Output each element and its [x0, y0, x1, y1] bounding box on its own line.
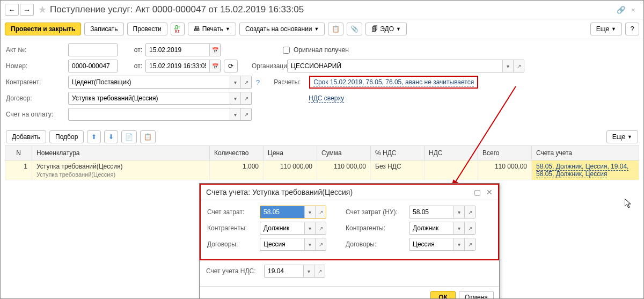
invoice-input[interactable]: ▾ ↗: [68, 108, 252, 121]
calendar-icon[interactable]: 📅: [209, 44, 220, 56]
vat-link[interactable]: НДС сверху: [309, 94, 344, 103]
table-row[interactable]: 1 Уступка требований(Цессия) Уступка тре…: [5, 161, 639, 180]
col-accounts[interactable]: Счета учета: [532, 146, 639, 161]
org-label: Организация:: [241, 62, 284, 70]
open-icon[interactable]: ↗: [464, 206, 475, 218]
col-vat[interactable]: НДС: [425, 146, 478, 161]
open-icon[interactable]: ↗: [464, 238, 475, 250]
dropdown-icon[interactable]: ▾: [303, 265, 314, 277]
org-input[interactable]: ▾ ↗: [287, 60, 524, 72]
table-toolbar: Добавить Подбор ⬆ ⬇ 📄 📋 Еще ▼: [1, 128, 643, 145]
contract1-input[interactable]: ▾ ↗: [260, 238, 326, 251]
dropdown-icon[interactable]: ▾: [453, 206, 464, 218]
contract2-input[interactable]: ▾ ↗: [409, 238, 475, 251]
calendar-icon[interactable]: 📅: [209, 60, 220, 72]
open-icon[interactable]: ↗: [240, 92, 251, 104]
cost-account-input[interactable]: ▾ ↗: [260, 206, 326, 218]
copy-button[interactable]: 📋: [328, 23, 343, 35]
col-sum[interactable]: Сумма: [317, 146, 371, 161]
move-down-button[interactable]: ⬇: [104, 130, 118, 143]
accounts-link[interactable]: 58.05, Должник, Цессия, 19.04, 58.05, До…: [536, 163, 628, 178]
number-input[interactable]: [68, 60, 118, 72]
dropdown-icon[interactable]: ▾: [453, 238, 464, 250]
act-no-input[interactable]: [68, 43, 118, 56]
open-icon[interactable]: ↗: [513, 60, 524, 72]
help-button[interactable]: ?: [625, 23, 639, 35]
dropdown-icon[interactable]: ▾: [304, 222, 315, 234]
print-button[interactable]: 🖶 Печать ▼: [188, 23, 236, 35]
post-button[interactable]: Провести: [127, 23, 167, 35]
col-price[interactable]: Цена: [264, 146, 317, 161]
dropdown-icon[interactable]: ▾: [230, 76, 240, 88]
vat-account-input[interactable]: ▾ ↗: [264, 265, 325, 278]
settlements-label: Расчеты:: [263, 78, 306, 86]
cost-account-nu-input[interactable]: ▾ ↗: [409, 206, 475, 218]
title-bar: ← → ★ Поступление услуг: Акт 0000-000047…: [1, 1, 643, 19]
dropdown-icon[interactable]: ▾: [304, 238, 315, 250]
maximize-icon[interactable]: ▢: [474, 188, 481, 196]
add-button[interactable]: Добавить: [6, 130, 46, 143]
col-vatpct[interactable]: % НДС: [371, 146, 425, 161]
star-icon[interactable]: ★: [38, 4, 47, 16]
nav-forward-button[interactable]: →: [20, 4, 34, 16]
select-button[interactable]: Подбор: [49, 130, 84, 143]
vat-account-label: Счет учета НДС:: [206, 267, 260, 275]
nomen-subtext: Уступка требований(Цессия): [36, 171, 205, 178]
help-icon[interactable]: ?: [256, 78, 260, 86]
post-and-close-button[interactable]: Провести и закрыть: [5, 23, 81, 35]
contractor-label: Контрагент:: [6, 78, 65, 86]
dropdown-icon[interactable]: ▾: [502, 60, 513, 72]
col-total[interactable]: Всего: [478, 146, 532, 161]
col-qty[interactable]: Количество: [210, 146, 264, 161]
dtkt-button[interactable]: ДтКт: [171, 23, 185, 35]
table-more-button[interactable]: Еще ▼: [606, 130, 638, 143]
open-icon[interactable]: ↗: [315, 222, 326, 234]
datetime-input[interactable]: 📅: [145, 60, 221, 72]
open-icon[interactable]: ↗: [315, 238, 326, 250]
attach-button[interactable]: 📎: [347, 23, 362, 35]
open-icon[interactable]: ↗: [240, 108, 251, 120]
page-title: Поступление услуг: Акт 0000-000047 от 15…: [50, 4, 304, 15]
ok-button[interactable]: ОК: [430, 291, 456, 299]
nav-back-button[interactable]: ←: [5, 4, 19, 16]
contracts-label: Договоры:: [207, 240, 255, 248]
dialog-close-icon[interactable]: ✕: [486, 188, 493, 196]
create-based-button[interactable]: Создать на основании ▼: [239, 23, 325, 35]
accounts-dialog: Счета учета: Уступка требований(Цессия) …: [199, 183, 500, 299]
dialog-title: Счета учета: Уступка требований(Цессия): [206, 188, 353, 196]
dropdown-icon[interactable]: ▾: [230, 108, 240, 120]
contract-label: Договор:: [6, 94, 65, 102]
main-toolbar: Провести и закрыть Записать Провести ДтК…: [1, 19, 643, 39]
form-area: Акт №: от: 📅 Оригинал получен Номер: от:…: [1, 39, 643, 128]
col-nomen[interactable]: Номенклатура: [32, 146, 210, 161]
paste-row-button[interactable]: 📋: [140, 130, 156, 143]
from-label-2: от:: [121, 62, 142, 70]
refresh-button[interactable]: ⟳: [224, 60, 238, 72]
dropdown-icon[interactable]: ▾: [453, 222, 464, 234]
open-icon[interactable]: ↗: [315, 206, 326, 218]
settlements-link[interactable]: Срок 15.02.2019, 76.05, 76.05, аванс не …: [313, 78, 474, 86]
contract-input[interactable]: ▾ ↗: [68, 92, 252, 105]
save-button[interactable]: Записать: [84, 23, 123, 35]
contractor2-input[interactable]: ▾ ↗: [409, 222, 475, 235]
contractor-input[interactable]: ▾ ↗: [68, 76, 252, 89]
more-button[interactable]: Еще ▼: [590, 23, 622, 35]
act-date-input[interactable]: 📅: [145, 43, 221, 56]
open-icon[interactable]: ↗: [464, 222, 475, 234]
copy-row-button[interactable]: 📄: [121, 130, 137, 143]
close-icon[interactable]: ×: [627, 4, 639, 15]
contractors-label: Контрагенты:: [207, 224, 255, 232]
dropdown-icon[interactable]: ▾: [230, 92, 240, 104]
open-icon[interactable]: ↗: [314, 265, 325, 277]
open-icon[interactable]: ↗: [240, 76, 251, 88]
contractor1-input[interactable]: ▾ ↗: [260, 222, 326, 235]
dropdown-icon[interactable]: ▾: [304, 206, 315, 218]
cancel-button[interactable]: Отмена: [459, 291, 494, 299]
from-label-1: от:: [121, 46, 142, 54]
col-n[interactable]: N: [5, 146, 32, 161]
edo-button[interactable]: 🗐 ЭДО ▼: [365, 23, 407, 35]
nomen-text: Уступка требований(Цессия): [36, 163, 122, 170]
move-up-button[interactable]: ⬆: [87, 130, 101, 143]
link-icon[interactable]: 🔗: [613, 4, 625, 15]
original-received-checkbox[interactable]: Оригинал получен: [281, 45, 349, 55]
